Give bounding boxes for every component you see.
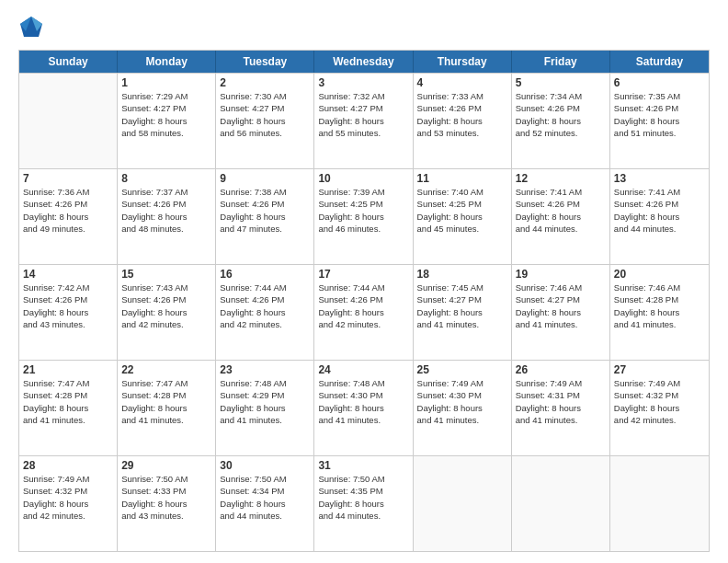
day-number: 26	[516, 363, 606, 376]
calendar-row: 14Sunrise: 7:42 AM Sunset: 4:26 PM Dayli…	[19, 264, 709, 360]
day-number: 31	[318, 459, 408, 472]
calendar-cell: 29Sunrise: 7:50 AM Sunset: 4:33 PM Dayli…	[118, 456, 216, 551]
calendar-cell: 15Sunrise: 7:43 AM Sunset: 4:26 PM Dayli…	[118, 265, 216, 360]
day-number: 21	[23, 363, 113, 376]
calendar-day-header: Sunday	[19, 51, 118, 73]
header	[18, 15, 710, 40]
calendar-row: 1Sunrise: 7:29 AM Sunset: 4:27 PM Daylig…	[19, 73, 709, 168]
calendar-cell: 24Sunrise: 7:48 AM Sunset: 4:30 PM Dayli…	[314, 361, 413, 455]
calendar-cell: 4Sunrise: 7:33 AM Sunset: 4:26 PM Daylig…	[414, 74, 512, 168]
day-info: Sunrise: 7:48 AM Sunset: 4:30 PM Dayligh…	[318, 377, 408, 426]
day-info: Sunrise: 7:46 AM Sunset: 4:28 PM Dayligh…	[614, 282, 705, 330]
day-info: Sunrise: 7:40 AM Sunset: 4:25 PM Dayligh…	[417, 186, 507, 235]
day-info: Sunrise: 7:49 AM Sunset: 4:30 PM Dayligh…	[417, 377, 507, 426]
day-number: 11	[417, 172, 507, 185]
calendar-cell: 3Sunrise: 7:32 AM Sunset: 4:27 PM Daylig…	[314, 74, 413, 168]
day-info: Sunrise: 7:32 AM Sunset: 4:27 PM Dayligh…	[318, 90, 408, 139]
calendar-cell: 20Sunrise: 7:46 AM Sunset: 4:28 PM Dayli…	[610, 265, 709, 360]
calendar-cell: 14Sunrise: 7:42 AM Sunset: 4:26 PM Dayli…	[19, 265, 118, 360]
calendar-day-header: Saturday	[610, 51, 709, 73]
day-info: Sunrise: 7:39 AM Sunset: 4:25 PM Dayligh…	[318, 186, 408, 235]
day-number: 23	[220, 363, 310, 376]
day-number: 2	[220, 76, 310, 89]
page: SundayMondayTuesdayWednesdayThursdayFrid…	[0, 0, 728, 563]
day-info: Sunrise: 7:48 AM Sunset: 4:29 PM Dayligh…	[220, 377, 310, 426]
day-info: Sunrise: 7:50 AM Sunset: 4:33 PM Dayligh…	[121, 473, 211, 522]
calendar-cell: 30Sunrise: 7:50 AM Sunset: 4:34 PM Dayli…	[216, 456, 314, 551]
logo	[18, 15, 48, 40]
calendar-body: 1Sunrise: 7:29 AM Sunset: 4:27 PM Daylig…	[19, 73, 709, 551]
day-info: Sunrise: 7:45 AM Sunset: 4:27 PM Dayligh…	[417, 282, 507, 330]
calendar-cell: 12Sunrise: 7:41 AM Sunset: 4:26 PM Dayli…	[512, 169, 610, 264]
calendar-cell: 27Sunrise: 7:49 AM Sunset: 4:32 PM Dayli…	[610, 361, 709, 455]
day-info: Sunrise: 7:29 AM Sunset: 4:27 PM Dayligh…	[121, 90, 211, 139]
calendar: SundayMondayTuesdayWednesdayThursdayFrid…	[18, 50, 710, 552]
calendar-cell: 7Sunrise: 7:36 AM Sunset: 4:26 PM Daylig…	[19, 169, 118, 264]
calendar-cell: 31Sunrise: 7:50 AM Sunset: 4:35 PM Dayli…	[314, 456, 413, 551]
day-number: 20	[614, 268, 705, 281]
day-number: 17	[318, 268, 408, 281]
day-info: Sunrise: 7:47 AM Sunset: 4:28 PM Dayligh…	[23, 377, 113, 426]
day-number: 14	[23, 268, 113, 281]
day-info: Sunrise: 7:34 AM Sunset: 4:26 PM Dayligh…	[516, 90, 606, 139]
day-number: 4	[417, 76, 507, 89]
day-info: Sunrise: 7:44 AM Sunset: 4:26 PM Dayligh…	[220, 282, 310, 330]
logo-icon	[18, 15, 44, 40]
calendar-cell: 6Sunrise: 7:35 AM Sunset: 4:26 PM Daylig…	[610, 74, 709, 168]
calendar-cell: 1Sunrise: 7:29 AM Sunset: 4:27 PM Daylig…	[118, 74, 216, 168]
day-info: Sunrise: 7:49 AM Sunset: 4:32 PM Dayligh…	[614, 377, 705, 426]
day-number: 9	[220, 172, 310, 185]
day-number: 10	[318, 172, 408, 185]
calendar-row: 7Sunrise: 7:36 AM Sunset: 4:26 PM Daylig…	[19, 168, 709, 264]
day-info: Sunrise: 7:42 AM Sunset: 4:26 PM Dayligh…	[23, 282, 113, 330]
day-number: 7	[23, 172, 113, 185]
day-info: Sunrise: 7:35 AM Sunset: 4:26 PM Dayligh…	[614, 90, 705, 139]
day-number: 19	[516, 268, 606, 281]
calendar-day-header: Wednesday	[314, 51, 413, 73]
day-number: 6	[614, 76, 705, 89]
calendar-cell: 2Sunrise: 7:30 AM Sunset: 4:27 PM Daylig…	[216, 74, 314, 168]
calendar-day-header: Monday	[118, 51, 216, 73]
day-number: 8	[121, 172, 211, 185]
calendar-cell: 8Sunrise: 7:37 AM Sunset: 4:26 PM Daylig…	[118, 169, 216, 264]
day-info: Sunrise: 7:30 AM Sunset: 4:27 PM Dayligh…	[220, 90, 310, 139]
day-info: Sunrise: 7:38 AM Sunset: 4:26 PM Dayligh…	[220, 186, 310, 235]
calendar-cell: 10Sunrise: 7:39 AM Sunset: 4:25 PM Dayli…	[314, 169, 413, 264]
day-number: 16	[220, 268, 310, 281]
day-info: Sunrise: 7:46 AM Sunset: 4:27 PM Dayligh…	[516, 282, 606, 330]
day-info: Sunrise: 7:50 AM Sunset: 4:35 PM Dayligh…	[318, 473, 408, 522]
calendar-header: SundayMondayTuesdayWednesdayThursdayFrid…	[19, 51, 709, 73]
day-info: Sunrise: 7:36 AM Sunset: 4:26 PM Dayligh…	[23, 186, 113, 235]
calendar-row: 21Sunrise: 7:47 AM Sunset: 4:28 PM Dayli…	[19, 360, 709, 455]
day-number: 1	[121, 76, 211, 89]
day-info: Sunrise: 7:49 AM Sunset: 4:31 PM Dayligh…	[516, 377, 606, 426]
calendar-cell: 26Sunrise: 7:49 AM Sunset: 4:31 PM Dayli…	[512, 361, 610, 455]
day-number: 15	[121, 268, 211, 281]
day-info: Sunrise: 7:41 AM Sunset: 4:26 PM Dayligh…	[516, 186, 606, 235]
calendar-cell	[19, 74, 118, 168]
day-info: Sunrise: 7:33 AM Sunset: 4:26 PM Dayligh…	[417, 90, 507, 139]
day-number: 27	[614, 363, 705, 376]
day-info: Sunrise: 7:50 AM Sunset: 4:34 PM Dayligh…	[220, 473, 310, 522]
day-number: 18	[417, 268, 507, 281]
calendar-cell: 19Sunrise: 7:46 AM Sunset: 4:27 PM Dayli…	[512, 265, 610, 360]
day-info: Sunrise: 7:47 AM Sunset: 4:28 PM Dayligh…	[121, 377, 211, 426]
calendar-cell: 21Sunrise: 7:47 AM Sunset: 4:28 PM Dayli…	[19, 361, 118, 455]
calendar-cell	[414, 456, 512, 551]
calendar-cell	[512, 456, 610, 551]
calendar-row: 28Sunrise: 7:49 AM Sunset: 4:32 PM Dayli…	[19, 455, 709, 551]
day-info: Sunrise: 7:37 AM Sunset: 4:26 PM Dayligh…	[121, 186, 211, 235]
day-number: 29	[121, 459, 211, 472]
day-number: 5	[516, 76, 606, 89]
calendar-cell: 5Sunrise: 7:34 AM Sunset: 4:26 PM Daylig…	[512, 74, 610, 168]
day-number: 3	[318, 76, 408, 89]
day-number: 28	[23, 459, 113, 472]
calendar-day-header: Friday	[512, 51, 610, 73]
day-number: 12	[516, 172, 606, 185]
calendar-day-header: Thursday	[414, 51, 512, 73]
day-number: 30	[220, 459, 310, 472]
calendar-cell: 25Sunrise: 7:49 AM Sunset: 4:30 PM Dayli…	[414, 361, 512, 455]
calendar-cell: 22Sunrise: 7:47 AM Sunset: 4:28 PM Dayli…	[118, 361, 216, 455]
day-info: Sunrise: 7:44 AM Sunset: 4:26 PM Dayligh…	[318, 282, 408, 330]
calendar-cell: 28Sunrise: 7:49 AM Sunset: 4:32 PM Dayli…	[19, 456, 118, 551]
